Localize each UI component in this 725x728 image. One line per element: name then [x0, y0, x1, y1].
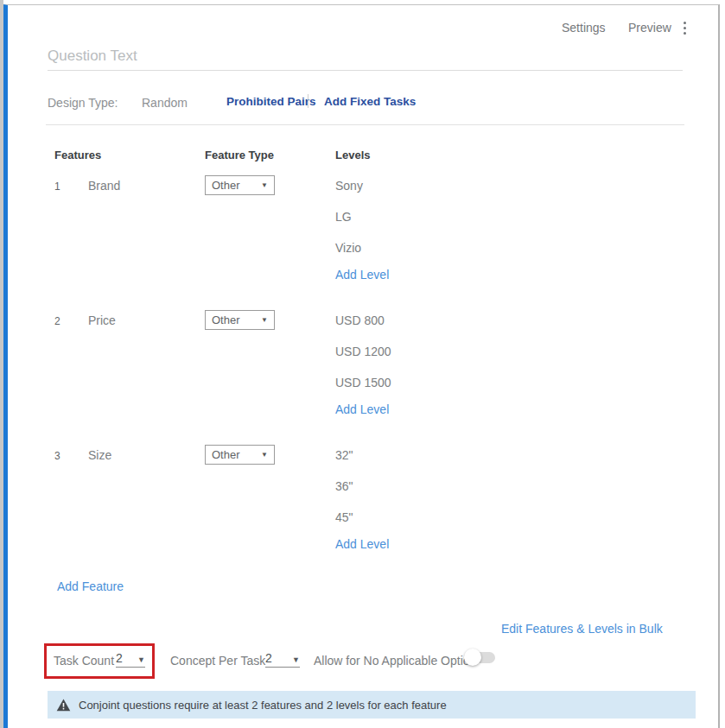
bulk-edit-link[interactable]: Edit Features & Levels in Bulk [501, 622, 663, 636]
levels-column-header: Levels [335, 149, 370, 161]
task-count-select[interactable]: 2 ▼ [116, 651, 145, 668]
design-type-value[interactable]: Random [142, 95, 188, 111]
warning-icon [56, 699, 71, 712]
level-value[interactable]: 45" [335, 510, 353, 525]
concept-per-task-label: Concept Per Task [170, 653, 265, 668]
feature-type-select[interactable]: Other ▼ [205, 445, 275, 465]
dropdown-arrow-icon: ▼ [261, 451, 268, 459]
caret-down-icon: ▼ [292, 655, 300, 665]
features-column-header: Features [54, 149, 101, 161]
feature-index: 1 [54, 180, 60, 193]
caret-down-icon: ▼ [137, 655, 145, 665]
feature-name[interactable]: Price [88, 313, 116, 328]
add-level-link[interactable]: Add Level [335, 537, 389, 551]
dropdown-arrow-icon: ▼ [261, 181, 268, 189]
feature-type-select[interactable]: Other ▼ [205, 310, 275, 330]
concept-per-task-select[interactable]: 2 ▼ [265, 651, 300, 668]
feature-row: 2 Price Other ▼ USD 800 USD 1200 USD 150… [0, 309, 725, 439]
preview-link[interactable]: Preview [628, 21, 671, 35]
design-type-label: Design Type: [48, 95, 118, 111]
add-fixed-tasks-link[interactable]: Add Fixed Tasks [324, 95, 416, 108]
prohibited-pairs-link[interactable]: Prohibited Pairs [226, 95, 316, 108]
level-value[interactable]: LG [335, 209, 352, 225]
dropdown-arrow-icon: ▼ [261, 316, 268, 324]
section-divider [46, 124, 684, 125]
feature-type-column-header: Feature Type [205, 149, 274, 161]
level-value[interactable]: Sony [335, 178, 363, 193]
question-text-input[interactable] [48, 41, 683, 71]
level-value[interactable]: USD 800 [335, 313, 385, 328]
toggle-knob [464, 649, 481, 666]
warning-banner: Conjoint questions require at least 2 fe… [48, 691, 696, 719]
feature-row: 1 Brand Other ▼ Sony LG Vizio Add Level [0, 174, 725, 304]
warning-text: Conjoint questions require at least 2 fe… [79, 699, 447, 712]
level-value[interactable]: 36" [335, 478, 353, 494]
feature-index: 3 [54, 450, 60, 462]
feature-name[interactable]: Size [88, 447, 111, 463]
level-value[interactable]: USD 1200 [335, 344, 391, 359]
link-separator [308, 94, 308, 108]
feature-row: 3 Size Other ▼ 32" 36" 45" Add Level [0, 444, 725, 573]
no-applicable-option-toggle[interactable] [464, 649, 497, 666]
level-value[interactable]: 32" [335, 447, 353, 463]
feature-index: 2 [54, 315, 60, 327]
no-applicable-option-label: Allow for No Applicable Option [314, 653, 476, 668]
level-value[interactable]: Vizio [335, 240, 361, 256]
task-count-label: Task Count [54, 653, 114, 668]
add-level-link[interactable]: Add Level [335, 268, 389, 282]
add-feature-link[interactable]: Add Feature [57, 579, 124, 593]
add-level-link[interactable]: Add Level [335, 402, 389, 416]
kebab-menu-icon[interactable] [682, 20, 688, 36]
feature-name[interactable]: Brand [88, 178, 120, 193]
feature-type-select[interactable]: Other ▼ [205, 175, 275, 195]
settings-link[interactable]: Settings [562, 21, 606, 35]
level-value[interactable]: USD 1500 [335, 375, 391, 390]
conjoint-question-editor: Settings Preview Design Type: Random Pro… [0, 0, 725, 728]
